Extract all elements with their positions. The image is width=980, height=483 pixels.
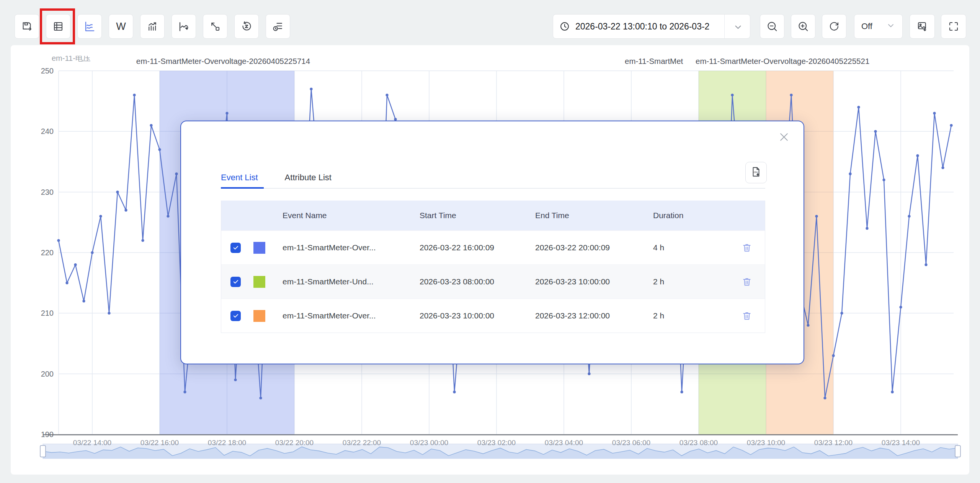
- event-duration-cell: 2 h: [653, 311, 727, 320]
- event-duration-cell: 2 h: [653, 277, 727, 286]
- x-axis-tick: 03/22 20:00: [275, 439, 314, 447]
- row-checkbox[interactable]: [230, 277, 241, 287]
- x-axis-tick: 03/23 14:00: [882, 439, 920, 447]
- x-axis-tick: 03/22 14:00: [73, 439, 111, 447]
- close-icon[interactable]: [778, 131, 790, 143]
- header-event-name: Event Name: [283, 211, 420, 220]
- delete-event-button[interactable]: [742, 277, 752, 287]
- y-axis-tick: 210: [41, 309, 54, 317]
- x-axis-tick: 03/23 10:00: [747, 439, 785, 447]
- event-start-cell: 2026-03-23 10:00:00: [420, 311, 535, 320]
- event-table-body: em-11-SmartMeter-Over...2026-03-22 16:00…: [221, 230, 765, 333]
- y-axis-tick: 230: [41, 188, 54, 196]
- header-end-time: End Time: [535, 211, 653, 220]
- event-region-title-1: em-11-SmartMeter-Overvoltage-20260405225…: [127, 57, 319, 66]
- y-axis-tick: 190: [41, 430, 54, 439]
- delete-event-button[interactable]: [742, 243, 752, 253]
- x-axis-tick: 03/23 00:00: [410, 439, 448, 447]
- x-axis-tick: 03/22 18:00: [208, 439, 246, 447]
- row-checkbox[interactable]: [230, 243, 241, 253]
- x-axis-tick: 03/22 22:00: [343, 439, 381, 447]
- row-checkbox[interactable]: [230, 311, 241, 321]
- table-row: em-11-SmartMeter-Over...2026-03-23 10:00…: [221, 299, 765, 333]
- y-axis-tick: 250: [41, 67, 54, 75]
- datazoom-handle[interactable]: [955, 445, 960, 457]
- y-axis-tick: 240: [41, 127, 54, 135]
- delete-event-button[interactable]: [742, 311, 752, 321]
- export-csv-button[interactable]: csv: [745, 162, 767, 183]
- x-axis-tick: 03/23 12:00: [814, 439, 853, 447]
- table-row: em-11-SmartMeter-Und...2026-03-23 08:00:…: [221, 264, 765, 299]
- event-end-cell: 2026-03-23 10:00:00: [535, 277, 653, 286]
- x-axis-tick: 03/23 08:00: [679, 439, 718, 447]
- x-axis-tick: 03/23 04:00: [545, 439, 583, 447]
- x-axis-tick: 03/22 16:00: [140, 439, 179, 447]
- tabs-divider: [221, 188, 765, 189]
- event-name-cell: em-11-SmartMeter-Over...: [283, 311, 420, 320]
- event-color-swatch: [253, 276, 265, 288]
- header-duration: Duration: [653, 211, 727, 220]
- event-color-swatch: [253, 242, 265, 254]
- svg-text:csv: csv: [754, 171, 758, 173]
- event-start-cell: 2026-03-22 16:00:09: [420, 243, 535, 252]
- event-start-cell: 2026-03-23 08:00:00: [420, 277, 535, 286]
- event-duration-cell: 4 h: [653, 243, 727, 252]
- x-axis-tick: 03/23 02:00: [477, 439, 516, 447]
- csv-export-icon: csv: [750, 166, 762, 179]
- event-region-title-2: em-11-SmartMet: [625, 57, 683, 66]
- header-start-time: Start Time: [420, 211, 535, 220]
- y-axis-tick: 220: [41, 248, 54, 257]
- event-color-swatch: [253, 310, 265, 322]
- event-region-title-3: em-11-SmartMeter-Overvoltage-20260405225…: [696, 57, 869, 66]
- event-list-dialog: Event List Attribute List csv Event Name…: [180, 121, 804, 364]
- datazoom-handle[interactable]: [40, 445, 46, 457]
- series-legend[interactable]: em-11-电压: [52, 56, 121, 64]
- x-axis-tick: 03/23 06:00: [612, 439, 650, 447]
- y-axis-tick: 200: [41, 370, 54, 378]
- event-end-cell: 2026-03-22 20:00:09: [535, 243, 653, 252]
- event-end-cell: 2026-03-23 12:00:00: [535, 311, 653, 320]
- event-table-header: Event Name Start Time End Time Duration: [221, 201, 765, 230]
- event-name-cell: em-11-SmartMeter-Und...: [283, 277, 420, 286]
- event-table: Event Name Start Time End Time Duration …: [221, 201, 765, 333]
- table-row: em-11-SmartMeter-Over...2026-03-22 16:00…: [221, 230, 765, 264]
- active-tab-indicator: [221, 187, 264, 189]
- event-name-cell: em-11-SmartMeter-Over...: [283, 243, 420, 252]
